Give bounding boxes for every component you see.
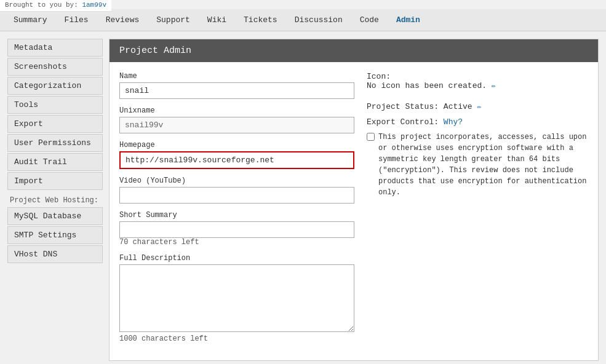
- project-status-label: Project Status:: [367, 102, 439, 111]
- full-desc-field-group: Full Description 1000 characters left: [119, 254, 354, 343]
- branding-link[interactable]: 1am99v: [82, 1, 106, 9]
- name-input[interactable]: [119, 82, 354, 99]
- export-checkbox[interactable]: [367, 133, 375, 141]
- branding-bar: Brought to you by: 1am99v: [0, 0, 606, 9]
- icon-edit-icon[interactable]: ✏: [492, 82, 496, 90]
- main-layout: MetadataScreenshotsCategorizationToolsEx…: [0, 31, 606, 364]
- form-left: Name Unixname Homepage Video (YouTube) S: [119, 72, 354, 350]
- sidebar-item-smtp-settings[interactable]: SMTP Settings: [7, 226, 103, 244]
- tab-reviews[interactable]: Reviews: [97, 9, 148, 31]
- short-summary-input[interactable]: [119, 221, 354, 238]
- sidebar-item-audit-trail[interactable]: Audit Trail: [7, 153, 103, 171]
- tab-wiki[interactable]: Wiki: [199, 9, 235, 31]
- tab-files[interactable]: Files: [56, 9, 97, 31]
- full-desc-textarea[interactable]: [119, 264, 354, 332]
- short-summary-field-group: Short Summary 70 characters left: [119, 211, 354, 247]
- video-label: Video (YouTube): [119, 176, 354, 185]
- sidebar-item-metadata[interactable]: Metadata: [7, 39, 103, 57]
- icon-label: Icon:: [367, 72, 391, 81]
- name-field-group: Name: [119, 72, 354, 99]
- sidebar-item-vhost-dns[interactable]: VHost DNS: [7, 245, 103, 263]
- homepage-field-group: Homepage: [119, 141, 354, 169]
- page-title: Project Admin: [119, 46, 191, 56]
- main-header: Project Admin: [110, 39, 598, 62]
- icon-status: No icon has been created.: [367, 81, 487, 90]
- sidebar-item-user-permissions[interactable]: User Permissions: [7, 134, 103, 152]
- form-right: Icon: No icon has been created. ✏ Projec…: [367, 72, 588, 350]
- short-summary-chars-left: 70 characters left: [119, 238, 354, 247]
- branding-prefix: Brought to you by:: [5, 1, 82, 9]
- export-checkbox-area: This project incorporates, accesses, cal…: [367, 132, 588, 198]
- video-field-group: Video (YouTube): [119, 176, 354, 204]
- full-desc-label: Full Description: [119, 254, 354, 263]
- tab-tickets[interactable]: Tickets: [235, 9, 286, 31]
- right-section: Icon: No icon has been created. ✏ Projec…: [367, 72, 588, 198]
- form-area: Name Unixname Homepage Video (YouTube) S: [110, 62, 598, 360]
- video-input[interactable]: [119, 187, 354, 204]
- project-status-value: Active: [444, 102, 472, 111]
- name-label: Name: [119, 72, 354, 81]
- status-edit-icon[interactable]: ✏: [477, 103, 481, 111]
- sidebar-item-screenshots[interactable]: Screenshots: [7, 58, 103, 76]
- tab-support[interactable]: Support: [148, 9, 199, 31]
- unixname-field-group: Unixname: [119, 106, 354, 133]
- sidebar-item-import[interactable]: Import: [7, 172, 103, 190]
- sidebar-item-tools[interactable]: Tools: [7, 96, 103, 114]
- export-control-label: Export Control:: [367, 117, 439, 127]
- top-navigation: SummaryFilesReviewsSupportWikiTicketsDis…: [0, 9, 606, 31]
- short-summary-label: Short Summary: [119, 211, 354, 220]
- sidebar-item-export[interactable]: Export: [7, 115, 103, 133]
- homepage-label: Homepage: [119, 141, 354, 149]
- sidebar-item-mysql-database[interactable]: MySQL Database: [7, 207, 103, 225]
- project-status-section: Project Status: Active ✏: [367, 102, 588, 111]
- full-desc-chars-left: 1000 characters left: [119, 334, 354, 343]
- sidebar: MetadataScreenshotsCategorizationToolsEx…: [7, 39, 103, 361]
- icon-section: Icon: No icon has been created. ✏: [367, 72, 588, 90]
- tab-code[interactable]: Code: [351, 9, 388, 31]
- export-checkbox-text: This project incorporates, accesses, cal…: [378, 132, 588, 198]
- hosting-section-label: Project Web Hosting:: [7, 191, 103, 207]
- export-why-link[interactable]: Why?: [444, 117, 463, 127]
- export-control-section: Export Control: Why?: [367, 117, 588, 127]
- tab-discussion[interactable]: Discussion: [286, 9, 351, 31]
- tab-admin[interactable]: Admin: [388, 9, 429, 31]
- main-content-area: Project Admin Name Unixname Homepage Vid…: [109, 39, 599, 361]
- sidebar-item-categorization[interactable]: Categorization: [7, 77, 103, 95]
- unixname-label: Unixname: [119, 106, 354, 115]
- tab-summary[interactable]: Summary: [5, 9, 56, 31]
- homepage-input[interactable]: [119, 151, 354, 169]
- unixname-input[interactable]: [119, 117, 354, 133]
